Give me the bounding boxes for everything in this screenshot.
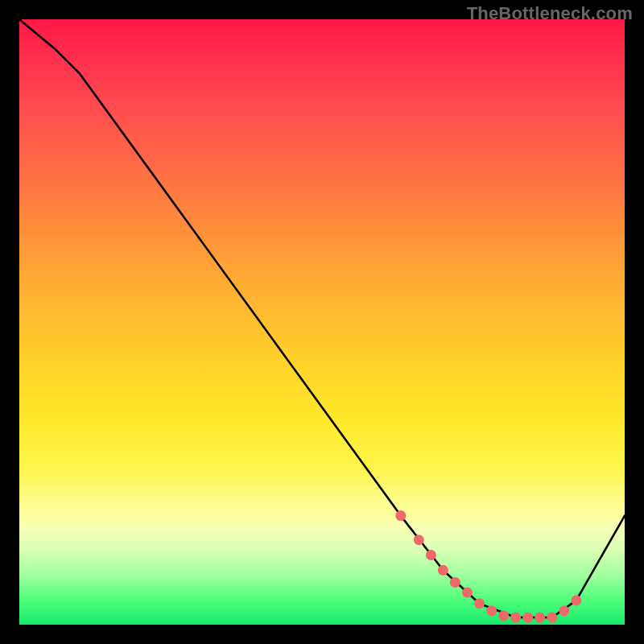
marker-dot — [486, 605, 497, 616]
chart-stage: TheBottleneck.com — [0, 0, 644, 644]
marker-dot — [426, 550, 436, 560]
marker-dot — [438, 565, 448, 576]
marker-dot — [498, 610, 509, 621]
bottleneck-curve — [19, 19, 625, 617]
curve-markers — [395, 510, 581, 622]
marker-dot — [522, 613, 533, 623]
marker-dot — [414, 535, 424, 545]
marker-dot — [510, 613, 521, 623]
marker-dot — [450, 577, 460, 588]
marker-dot — [474, 598, 485, 609]
marker-dot — [547, 613, 557, 623]
marker-dot — [559, 605, 569, 616]
chart-overlay-svg — [19, 19, 625, 625]
marker-dot — [462, 588, 473, 598]
watermark-text: TheBottleneck.com — [467, 3, 633, 24]
marker-dot — [395, 510, 406, 521]
marker-dot — [535, 613, 545, 623]
marker-dot — [571, 595, 581, 605]
